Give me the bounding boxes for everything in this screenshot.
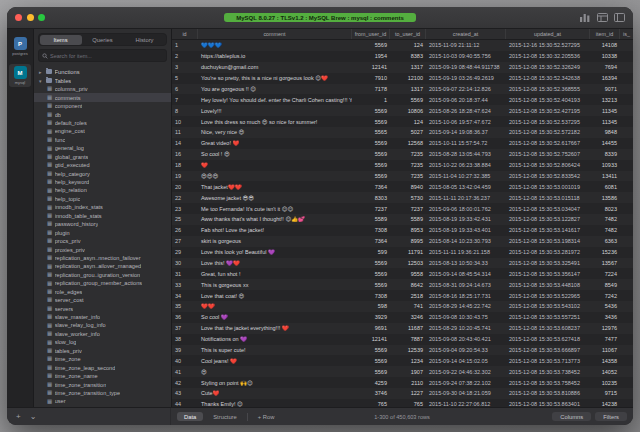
cell-comment[interactable]: Fab shot! Love the jacket! xyxy=(198,227,352,233)
cell-created_at[interactable]: 2015-08-05 13:42:04.459 xyxy=(426,184,506,190)
sidebar-table-plugin[interactable]: ▦plugin xyxy=(34,228,171,236)
sidebar-table-replication_asyn..ailover_managed[interactable]: ▦replication_asyn..ailover_managed xyxy=(34,262,171,270)
cell-comment[interactable]: Love this look yo! Beautiful 💜 xyxy=(198,249,352,255)
cell-comment[interactable]: Cool jeans! ❤️ xyxy=(198,358,352,364)
cell-updated_at[interactable]: 2015-12-08 15:30:52.572182 xyxy=(506,129,590,135)
table-row[interactable]: 8Lovely!!!5569108062015-08-26 18:28:47.6… xyxy=(172,105,633,116)
cell-to_user_id[interactable]: 9558 xyxy=(390,271,426,277)
cell-created_at[interactable]: 2015-08-19 19:33:43.401 xyxy=(426,227,506,233)
table-row[interactable]: 25Aww thanks that's what I thought!! 😊👍💕… xyxy=(172,214,633,225)
cell-to_user_id[interactable]: 12503 xyxy=(390,260,426,266)
cell-id[interactable]: 31 xyxy=(172,271,198,277)
column-header-created_at[interactable]: created_at xyxy=(426,29,506,39)
cell-to_user_id[interactable]: 7235 xyxy=(390,173,426,179)
sidebar-table-func[interactable]: ▦func xyxy=(34,136,171,144)
cell-id[interactable]: 34 xyxy=(172,293,198,299)
cell-from_user_id[interactable]: 7364 xyxy=(352,238,390,244)
cell-comment[interactable]: Nice, very nice 😍 xyxy=(198,129,352,135)
cell-comment[interactable]: Aww thanks that's what I thought!! 😊👍💕 xyxy=(198,216,352,222)
sidebar-table-comments[interactable]: ▦comments xyxy=(34,93,171,101)
sidebar-table-replication_asyn..nnection_failover[interactable]: ▦replication_asyn..nnection_failover xyxy=(34,254,171,262)
cell-created_at[interactable]: 2015-08-29 14:45:22.742 xyxy=(426,303,506,309)
cell-id[interactable]: 38 xyxy=(172,336,198,342)
cell-from_user_id[interactable]: 5569 xyxy=(352,42,390,48)
cell-updated_at[interactable]: 2015-12-08 15:30:32.205536 xyxy=(506,53,590,59)
cell-comment[interactable]: Great, fun shot ! xyxy=(198,271,352,277)
cell-created_at[interactable]: 2015-09-19 03:26:49.2619 xyxy=(426,75,506,81)
cell-to_user_id[interactable]: 3246 xyxy=(390,314,426,320)
cell-to_user_id[interactable]: 1234 xyxy=(390,358,426,364)
table-row[interactable]: 39This is super cute!5569125392015-09-04… xyxy=(172,345,633,356)
table-row[interactable]: 33This is gorgeous xx556986422015-08-31 … xyxy=(172,279,633,290)
cell-from_user_id[interactable]: 5565 xyxy=(352,129,390,135)
cell-comment[interactable]: Styling on point 🙌😊 xyxy=(198,380,352,386)
table-row[interactable]: 7Hey lovely! You should def. enter the C… xyxy=(172,94,633,105)
cell-from_user_id[interactable]: 5569 xyxy=(352,151,390,157)
cell-from_user_id[interactable]: 1 xyxy=(352,97,390,103)
connection-mysql[interactable]: Mmysql xyxy=(9,64,31,87)
cell-id[interactable]: 23 xyxy=(172,206,198,212)
sidebar-table-gtid_executed[interactable]: ▦gtid_executed xyxy=(34,161,171,169)
sidebar-table-help_category[interactable]: ▦help_category xyxy=(34,169,171,177)
cell-item_id[interactable]: 8549 xyxy=(590,282,620,288)
cell-created_at[interactable]: 2015-10-22 06:23:38.884 xyxy=(426,162,506,168)
cell-id[interactable]: 42 xyxy=(172,380,198,386)
cell-updated_at[interactable]: 2015-12-08 15:30:53.522965 xyxy=(506,293,590,299)
cell-comment[interactable]: You are gorgeous !! 😊 xyxy=(198,86,352,92)
cell-to_user_id[interactable]: 8953 xyxy=(390,227,426,233)
tab-queries[interactable]: Queries xyxy=(82,35,124,45)
cell-id[interactable]: 26 xyxy=(172,227,198,233)
cell-updated_at[interactable]: 2015-12-08 15:30:52.752607 xyxy=(506,151,590,157)
cell-comment[interactable]: Cute❤️ xyxy=(198,390,352,396)
table-row[interactable]: 18❤️556972352015-10-22 06:23:38.8842015-… xyxy=(172,160,633,171)
structure-view-button[interactable]: Structure xyxy=(206,412,244,421)
cell-updated_at[interactable]: 2015-12-08 15:30:52.617667 xyxy=(506,140,590,146)
cell-id[interactable]: 16 xyxy=(172,151,198,157)
cell-created_at[interactable]: 2015-10-11 15:57:54.72 xyxy=(426,140,506,146)
cell-to_user_id[interactable]: 7237 xyxy=(390,206,426,212)
table-row[interactable]: 31Great, fun shot !556995582015-09-14 08… xyxy=(172,268,633,279)
sidebar-table-tables_priv[interactable]: ▦tables_priv xyxy=(34,347,171,355)
sidebar-table-slow_log[interactable]: ▦slow_log xyxy=(34,338,171,346)
cell-id[interactable]: 20 xyxy=(172,184,198,190)
cell-id[interactable]: 33 xyxy=(172,282,198,288)
table-row[interactable]: 30Love this! 💜❤️5569125032015-08-13 10:5… xyxy=(172,258,633,269)
cell-updated_at[interactable]: 2015-12-08 15:30:52.806424 xyxy=(506,162,590,168)
add-row-button[interactable]: + Row xyxy=(251,412,282,421)
cell-item_id[interactable]: 13567 xyxy=(590,260,620,266)
sidebar-table-global_grants[interactable]: ▦global_grants xyxy=(34,153,171,161)
cell-updated_at[interactable]: 2015-12-08 15:30:53.557251 xyxy=(506,314,590,320)
cell-created_at[interactable]: 2015-08-28 13:05:44.793 xyxy=(426,151,506,157)
cell-item_id[interactable]: 10338 xyxy=(590,53,620,59)
cell-comment[interactable]: 😍😍😍 xyxy=(198,173,352,179)
fullscreen-window-button[interactable] xyxy=(38,14,45,21)
tree-section-tables[interactable]: ▾Tables xyxy=(34,76,171,85)
cell-from_user_id[interactable]: 5569 xyxy=(352,260,390,266)
cell-to_user_id[interactable]: 5027 xyxy=(390,129,426,135)
table-row[interactable]: 44Thanks Emily! 😊7657652015-11-10 22:27:… xyxy=(172,399,633,407)
cell-item_id[interactable]: 9848 xyxy=(590,129,620,135)
sidebar-table-time_zone_leap_second[interactable]: ▦time_zone_leap_second xyxy=(34,363,171,371)
cell-from_user_id[interactable]: 7237 xyxy=(352,206,390,212)
cell-from_user_id[interactable]: 7308 xyxy=(352,293,390,299)
cell-to_user_id[interactable]: 1317 xyxy=(390,64,426,70)
cell-id[interactable]: 19 xyxy=(172,173,198,179)
cell-item_id[interactable]: 14052 xyxy=(590,369,620,375)
cell-created_at[interactable]: 2015-11-11 20:17:36.237 xyxy=(426,195,506,201)
cell-updated_at[interactable]: 2015-12-08 15:30:52.342638 xyxy=(506,75,590,81)
cell-from_user_id[interactable]: 12141 xyxy=(352,336,390,342)
cell-item_id[interactable]: 7694 xyxy=(590,64,620,70)
cell-to_user_id[interactable]: 2110 xyxy=(390,380,426,386)
table-row[interactable]: 35❤️❤️5987412015-08-29 14:45:22.7422015-… xyxy=(172,301,633,312)
cell-from_user_id[interactable]: 8303 xyxy=(352,195,390,201)
sidebar-table-general_log[interactable]: ▦general_log xyxy=(34,144,171,152)
cell-updated_at[interactable]: 2015-12-08 15:30:53.666897 xyxy=(506,347,590,353)
cell-to_user_id[interactable]: 7887 xyxy=(390,336,426,342)
sidebar-table-component[interactable]: ▦component xyxy=(34,102,171,110)
cell-updated_at[interactable]: 2015-12-08 15:30:53.122827 xyxy=(506,216,590,222)
table-view-icon[interactable] xyxy=(597,13,608,22)
sidebar-table-help_keyword[interactable]: ▦help_keyword xyxy=(34,178,171,186)
table-row[interactable]: 5You're so pretty, this is a nice ni gor… xyxy=(172,73,633,84)
cell-id[interactable]: 6 xyxy=(172,86,198,92)
cell-created_at[interactable]: 2015-09-06 20:18:37.44 xyxy=(426,97,506,103)
